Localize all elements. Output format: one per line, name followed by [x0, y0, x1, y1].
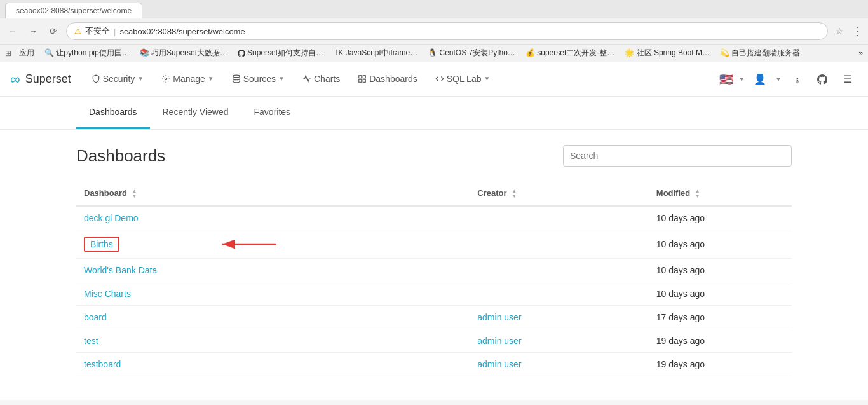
svg-point-0: [165, 78, 167, 80]
info-icon[interactable]: 𝔷: [787, 69, 807, 90]
page-header: Dashboards: [76, 145, 792, 167]
user-chevron[interactable]: ▼: [775, 76, 782, 83]
column-header-dashboard[interactable]: Dashboard ▲ ▼: [76, 182, 470, 206]
dashboard-link[interactable]: Misc Charts: [84, 289, 131, 299]
column-header-modified[interactable]: Modified ▲ ▼: [649, 182, 792, 206]
sqllab-icon: [435, 74, 444, 83]
creator-cell: [470, 282, 649, 305]
app-logo[interactable]: ∞ Superset: [10, 71, 71, 88]
nav-sqllab[interactable]: SQL Lab ▼: [428, 62, 498, 97]
flag-chevron[interactable]: ▼: [738, 76, 745, 83]
bookmarks-more[interactable]: »: [858, 49, 863, 58]
browser-menu-icon[interactable]: ⋮: [851, 24, 863, 38]
modified-cell: 19 days ago: [649, 352, 792, 376]
births-dashboard-link[interactable]: Births: [84, 237, 119, 252]
dashboard-link[interactable]: World's Bank Data: [84, 265, 157, 275]
creator-cell: admin user: [470, 329, 649, 352]
annotation-arrow: [216, 235, 280, 254]
dashboard-link[interactable]: testboard: [84, 359, 121, 369]
sqllab-label: SQL Lab: [447, 74, 482, 84]
tab-recently-viewed[interactable]: Recently Viewed: [150, 97, 241, 129]
table-row: test admin user 19 days ago: [76, 329, 792, 352]
table-row: World's Bank Data 10 days ago: [76, 258, 792, 282]
dashboard-cell-births: Births: [76, 230, 470, 258]
modified-cell: 10 days ago: [649, 282, 792, 305]
browser-tab[interactable]: seabox02:8088/superset/welcome: [5, 3, 142, 18]
svg-point-1: [233, 75, 240, 78]
modified-sort-icons: ▲ ▼: [695, 189, 700, 199]
content-wrapper: Dashboards Recently Viewed Favorites Das…: [0, 97, 868, 400]
bookmark-centos[interactable]: 🐧 CentOS 7安装Pytho…: [425, 46, 518, 60]
reload-button[interactable]: ⟳: [46, 24, 61, 39]
dashboard-cell: Misc Charts: [76, 282, 470, 305]
svg-rect-5: [363, 79, 365, 82]
bookmark-github[interactable]: Superset如何支持自…: [235, 46, 326, 60]
modified-cell: 10 days ago: [649, 258, 792, 282]
apps-icon[interactable]: ⊞: [5, 49, 11, 58]
bookmark-pip[interactable]: 🔍 让python pip使用国…: [42, 46, 132, 60]
creator-link[interactable]: admin user: [477, 336, 521, 346]
security-label: Security: [103, 74, 135, 84]
search-input[interactable]: [563, 145, 792, 167]
url-separator: |: [114, 27, 116, 36]
bookmark-superset2[interactable]: 💰 superset二次开发-整…: [523, 46, 617, 60]
table-body: deck.gl Demo 10 days ago Births: [76, 206, 792, 376]
creator-sort-icons: ▲ ▼: [512, 189, 517, 199]
browser-chrome: seabox02:8088/superset/welcome ← → ⟳ ⚠ 不…: [0, 0, 868, 62]
user-icon[interactable]: 👤: [750, 69, 770, 90]
dashboard-link[interactable]: test: [84, 336, 98, 346]
manage-label: Manage: [173, 74, 205, 84]
modified-cell: 17 days ago: [649, 305, 792, 329]
nav-charts[interactable]: Charts: [295, 62, 348, 97]
dashboard-cell: test: [76, 329, 470, 352]
back-button[interactable]: ←: [5, 24, 20, 39]
creator-cell: [470, 230, 649, 258]
creator-cell: admin user: [470, 352, 649, 376]
app-navbar: ∞ Superset Security ▼ Manage ▼ Sources ▼…: [0, 62, 868, 97]
sqllab-chevron: ▼: [484, 75, 490, 82]
sources-icon: [232, 74, 241, 83]
creator-link[interactable]: admin user: [477, 359, 521, 369]
creator-link[interactable]: admin user: [477, 312, 521, 322]
creator-cell: [470, 206, 649, 230]
charts-icon: [302, 74, 311, 83]
shield-icon: [92, 74, 100, 83]
bookmark-tk[interactable]: TK JavaScript中iframe…: [331, 46, 420, 60]
bookmarks-bar: ⊞ 应用 🔍 让python pip使用国… 📚 巧用Superset大数据… …: [0, 44, 868, 62]
dashboard-link[interactable]: deck.gl Demo: [84, 213, 139, 223]
bookmark-superset[interactable]: 📚 巧用Superset大数据…: [137, 46, 230, 60]
creator-cell: [470, 258, 649, 282]
nav-security[interactable]: Security ▼: [84, 62, 151, 97]
table-row: Misc Charts 10 days ago: [76, 282, 792, 305]
address-bar[interactable]: ⚠ 不安全 | seabox02:8088/superset/welcome: [66, 22, 828, 40]
browser-toolbar: ← → ⟳ ⚠ 不安全 | seabox02:8088/superset/wel…: [0, 18, 868, 44]
security-chevron: ▼: [137, 75, 144, 82]
bookmark-spring[interactable]: 🌟 社区 Spring Boot M…: [622, 46, 712, 60]
nav-sources[interactable]: Sources ▼: [224, 62, 292, 97]
page-content: Dashboards Dashboard ▲ ▼ Creator: [0, 130, 868, 392]
language-flag[interactable]: 🇺🇸: [719, 72, 733, 86]
menu-icon[interactable]: ☰: [837, 69, 858, 90]
github-icon[interactable]: [812, 69, 832, 90]
modified-cell: 10 days ago: [649, 206, 792, 230]
modified-cell: 10 days ago: [649, 230, 792, 258]
dashboard-cell: board: [76, 305, 470, 329]
bookmark-apps[interactable]: 应用: [17, 46, 37, 60]
dashboard-link[interactable]: board: [84, 312, 107, 322]
bookmark-star[interactable]: ☆: [836, 26, 844, 36]
nav-dashboards[interactable]: Dashboards: [350, 62, 425, 97]
dashboards-icon: [358, 74, 367, 83]
dashboard-cell: World's Bank Data: [76, 258, 470, 282]
url-value: seabox02:8088/superset/welcome: [119, 27, 245, 36]
superset-logo-icon: ∞: [10, 71, 20, 88]
forward-button[interactable]: →: [25, 24, 41, 39]
tab-favorites[interactable]: Favorites: [241, 97, 304, 129]
bookmark-vpn[interactable]: 💫 自己搭建翻墙服务器: [717, 46, 803, 60]
nav-manage[interactable]: Manage ▼: [154, 62, 222, 97]
dashboard-sort-icons: ▲ ▼: [132, 189, 137, 199]
table-row: deck.gl Demo 10 days ago: [76, 206, 792, 230]
table-row: board admin user 17 days ago: [76, 305, 792, 329]
svg-rect-2: [359, 75, 362, 78]
column-header-creator[interactable]: Creator ▲ ▼: [470, 182, 649, 206]
tab-dashboards[interactable]: Dashboards: [76, 97, 150, 129]
